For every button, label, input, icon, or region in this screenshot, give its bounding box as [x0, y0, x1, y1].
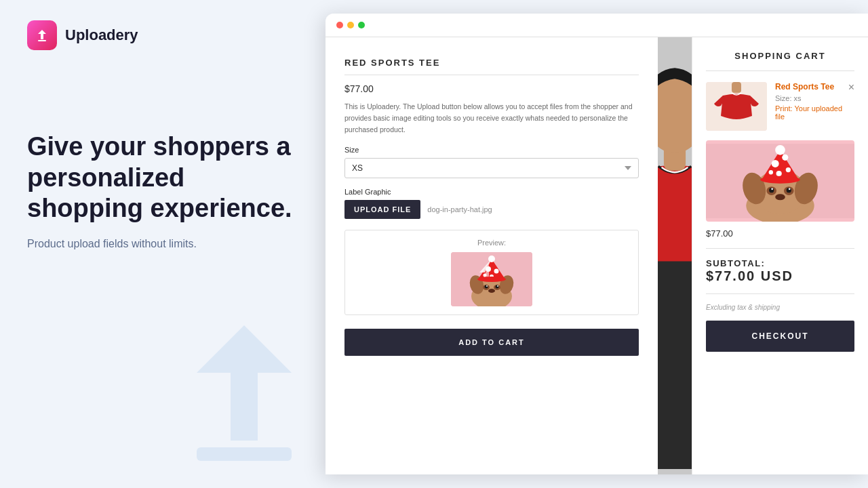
browser-window: RED SPORTS TEE $77.00 This is Uploadery.… [326, 14, 868, 474]
product-model-image [658, 37, 692, 474]
cart-uploaded-image [706, 140, 854, 222]
product-page: RED SPORTS TEE $77.00 This is Uploadery.… [326, 37, 658, 474]
cart-dog-image-svg [706, 140, 854, 222]
cart-item-name: Red Sports Tee [775, 82, 844, 92]
svg-point-46 [786, 167, 791, 172]
browser-dot-green [358, 22, 365, 28]
subtotal-section: SUBTOTAL: $77.00 USD [706, 258, 854, 294]
svg-point-47 [769, 170, 773, 174]
cart-item-print: Print: Your uploaded file [775, 104, 844, 121]
svg-point-48 [760, 176, 800, 184]
logo-icon [27, 20, 57, 50]
svg-point-10 [496, 285, 499, 289]
svg-point-12 [497, 285, 498, 287]
cart-item-size: Size: xs [775, 94, 844, 102]
svg-point-26 [658, 75, 692, 153]
preview-dog-image [451, 252, 532, 306]
cart-item: Red Sports Tee Size: xs Print: Your uplo… [706, 82, 854, 131]
hero-subtitle: Product upload fields without limits. [27, 238, 298, 250]
add-to-cart-button[interactable]: ADD TO CART [344, 329, 639, 356]
preview-label: Preview: [353, 239, 630, 247]
svg-point-20 [484, 274, 487, 277]
svg-point-9 [485, 285, 488, 289]
svg-point-18 [494, 269, 499, 274]
hero-title: Give your shoppers a personalized shoppi… [27, 131, 298, 224]
subtotal-amount: $77.00 USD [706, 268, 854, 284]
cart-close-button[interactable]: × [848, 82, 854, 93]
svg-point-21 [477, 277, 506, 282]
upload-field-label: Label Graphic [344, 188, 639, 196]
upload-file-button[interactable]: UPLOAD FILE [344, 200, 420, 219]
cart-item-price: $77.00 [706, 228, 854, 249]
tax-note: Excluding tax & shipping [706, 304, 854, 311]
product-title: RED SPORTS TEE [344, 58, 639, 75]
preview-image [451, 252, 532, 306]
background-upload-icon [176, 312, 312, 474]
svg-point-45 [776, 171, 782, 176]
svg-point-41 [775, 194, 785, 200]
uploaded-filename: dog-in-party-hat.jpg [427, 205, 492, 214]
browser-dot-red [336, 22, 343, 28]
product-description: This is Uploadery. The Upload button bel… [344, 101, 639, 135]
svg-point-39 [771, 188, 773, 190]
browser-chrome [326, 14, 868, 37]
cart-print-label: Print: [775, 104, 795, 113]
svg-point-22 [488, 256, 495, 262]
svg-rect-27 [658, 262, 692, 469]
size-label: Size [344, 146, 639, 154]
svg-point-44 [782, 155, 788, 161]
svg-rect-1 [197, 447, 292, 461]
upload-row: UPLOAD FILE dog-in-party-hat.jpg [344, 200, 639, 219]
svg-point-43 [772, 160, 779, 167]
svg-point-49 [775, 145, 785, 155]
size-select[interactable]: XS S M L XL [344, 158, 639, 178]
checkout-button[interactable]: CHECKOUT [706, 321, 854, 352]
left-section: Uploadery Give your shoppers a personali… [0, 0, 326, 488]
cart-item-tshirt-svg [706, 82, 767, 131]
preview-area: Preview: [344, 230, 639, 315]
subtotal-label: SUBTOTAL: [706, 258, 854, 268]
browser-body: RED SPORTS TEE $77.00 This is Uploadery.… [326, 37, 868, 474]
svg-rect-29 [732, 82, 741, 93]
svg-point-13 [488, 289, 495, 293]
logo-area: Uploadery [27, 20, 298, 50]
svg-rect-0 [38, 40, 46, 41]
right-section: RED SPORTS TEE $77.00 This is Uploadery.… [326, 0, 868, 488]
svg-point-40 [789, 188, 791, 190]
product-visual [658, 37, 692, 474]
cart-title: SHOPPING CART [706, 51, 854, 71]
hero-content: Give your shoppers a personalized shoppi… [27, 131, 298, 250]
browser-dot-yellow [347, 22, 354, 28]
product-price: $77.00 [344, 83, 639, 94]
svg-point-11 [486, 285, 488, 287]
browser-inner: RED SPORTS TEE $77.00 This is Uploadery.… [326, 14, 868, 474]
logo-text: Uploadery [65, 26, 138, 44]
cart-item-image [706, 82, 767, 131]
cart-sidebar: SHOPPING CART [692, 37, 868, 474]
cart-item-details: Red Sports Tee Size: xs Print: Your uplo… [775, 82, 854, 131]
svg-point-17 [486, 266, 491, 272]
